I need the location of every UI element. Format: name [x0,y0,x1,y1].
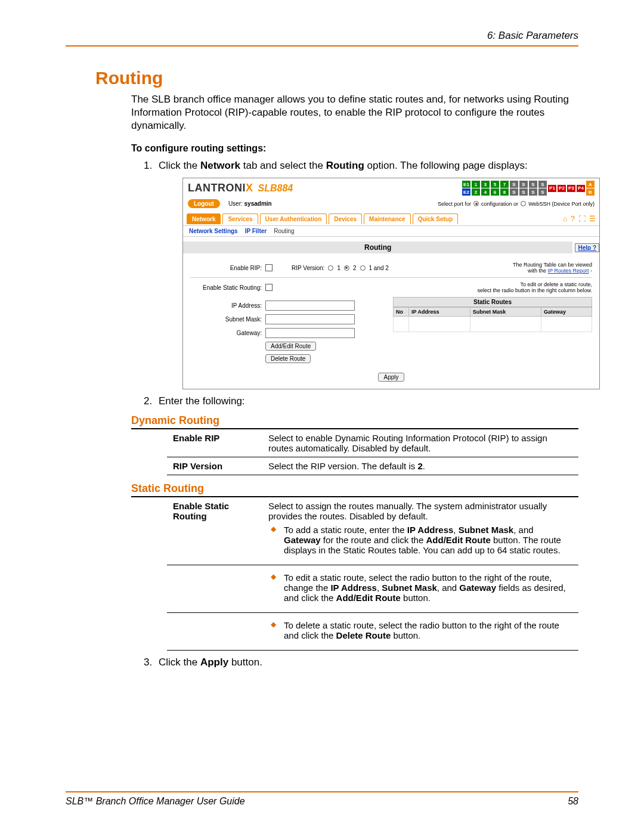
enable-static-routing-param-desc: Select to assign the routes manually. Th… [262,497,578,565]
static-routes-table: No IP Address Subnet Mask Gateway [393,307,592,332]
port-2[interactable]: 2 [472,188,480,196]
subnet-mask-label: Subnet Mask: [190,316,262,323]
subtab-network-settings[interactable]: Network Settings [189,228,238,234]
footer-title: SLB™ Branch Office Manager User Guide [66,796,245,807]
home-icon[interactable]: ⌂ [563,215,567,223]
port-e1[interactable]: E1 [462,181,470,188]
enable-static-routing-checkbox[interactable] [265,284,273,291]
port-s6[interactable]: S [529,188,537,196]
select-port-for: Select port for configuration or WebSSH … [438,201,595,207]
port-grid: E1E2 12 34 56 78 SS SS SS SS P1 P2 P3 P4… [462,181,595,196]
enable-rip-checkbox[interactable] [265,264,273,271]
port-8[interactable]: 8 [500,188,509,196]
port-s7[interactable]: S [538,181,547,188]
chapter-header: 6: Basic Parameters [66,30,578,42]
enable-static-routing-param-label: Enable Static Routing [167,497,262,565]
port-p3[interactable]: P3 [567,185,575,192]
configure-subhead: To configure routing settings: [131,143,578,154]
port-s2[interactable]: S [510,188,518,196]
routing-screenshot: LANTRONIX SLB884 E1E2 12 34 56 78 SS SS … [182,178,600,389]
rip-version-param-desc: Select the RIP version. The default is 2… [262,457,578,475]
ip-address-label: IP Address: [190,302,262,309]
port-6[interactable]: 6 [491,188,499,196]
enable-rip-label: Enable RIP: [190,265,262,271]
bullet-edit-route-cell: To edit a static route, select the radio… [262,565,578,613]
port-1[interactable]: 1 [472,181,480,188]
static-routing-table: Enable Static Routing Select to assign t… [167,497,578,651]
delete-route-button[interactable]: Delete Route [265,354,311,363]
port-p2[interactable]: P2 [558,185,566,192]
list-icon[interactable]: ☰ [589,215,596,223]
rip-version-label: RIP Version: [292,265,324,271]
add-edit-route-button[interactable]: Add/Edit Route [265,342,316,351]
enable-static-routing-label: Enable Static Routing: [190,284,262,291]
tab-quick-setup[interactable]: Quick Setup [413,213,458,224]
port-s8[interactable]: S [538,188,547,196]
gateway-input[interactable] [265,328,355,338]
tab-devices[interactable]: Devices [329,213,362,224]
static-routing-heading: Static Routing [131,482,578,495]
port-5[interactable]: 5 [491,181,499,188]
bullet-delete-route: To delete a static route, select the rad… [268,620,572,640]
bullet-delete-route-cell: To delete a static route, select the rad… [262,613,578,651]
bullet-edit-route: To edit a static route, select the radio… [268,572,572,603]
step-2: Enter the following: [155,395,578,407]
port-s1[interactable]: S [510,181,518,188]
tab-network[interactable]: Network [187,213,221,224]
port-4[interactable]: 4 [481,188,490,196]
radio-configuration[interactable] [473,201,479,206]
enable-rip-param-label: Enable RIP [167,429,262,457]
logout-button[interactable]: Logout [188,199,220,208]
page-number: 58 [568,796,578,807]
subtab-ip-filter[interactable]: IP Filter [245,228,267,234]
ip-address-input[interactable] [265,301,355,311]
ip-routes-report-link[interactable]: IP Routes Report [548,268,589,274]
model-label: SLB884 [258,183,293,194]
tab-user-authentication[interactable]: User Authentication [260,213,327,224]
step-1: Click the Network tab and select the Rou… [155,160,578,389]
port-e2[interactable]: E2 [462,188,470,196]
expand-icon[interactable]: ⛶ [578,215,586,223]
port-s5[interactable]: S [529,181,537,188]
port-s3[interactable]: S [519,181,528,188]
static-routes-title: Static Routes [393,297,592,307]
gateway-label: Gateway: [190,330,262,336]
port-b[interactable]: B [586,188,595,196]
rip-version-1and2-radio[interactable] [360,265,366,271]
username-value: sysadmin [244,200,272,207]
step-3: Click the Apply button. [155,657,578,668]
table-row [394,317,592,332]
tab-services[interactable]: Services [222,213,258,224]
port-p1[interactable]: P1 [548,185,556,192]
enable-rip-param-desc: Select to enable Dynamic Routing Informa… [262,429,578,457]
apply-button[interactable]: Apply [378,373,404,382]
footer-rule [66,791,578,792]
rip-version-param-label: RIP Version [167,457,262,475]
help-icon[interactable]: ? [571,215,575,223]
port-s4[interactable]: S [519,188,528,196]
subtab-routing[interactable]: Routing [274,228,294,234]
subnet-mask-input[interactable] [265,314,355,324]
dynamic-routing-heading: Dynamic Routing [131,414,578,427]
rip-version-2-radio[interactable] [344,265,349,271]
tab-maintenance[interactable]: Maintenance [364,213,411,224]
brand: LANTRONIX SLB884 [188,182,293,194]
radio-webssh[interactable] [521,201,526,206]
dynamic-routing-table: Enable RIP Select to enable Dynamic Rout… [167,429,578,475]
port-7[interactable]: 7 [500,181,509,188]
rip-version-1-radio[interactable] [328,265,333,271]
page-title: Routing [95,68,578,88]
section-title-routing: Routing [183,241,572,253]
port-3[interactable]: 3 [481,181,490,188]
chevron-right-icon: › [590,268,592,274]
header-rule [66,45,578,47]
bullet-add-route: To add a static route, enter the IP Addr… [268,525,572,555]
help-button[interactable]: Help ? [575,243,599,252]
port-p4[interactable]: P4 [577,185,585,192]
intro-paragraph: The SLB branch office manager allows you… [131,93,578,132]
port-a[interactable]: A [586,181,595,188]
